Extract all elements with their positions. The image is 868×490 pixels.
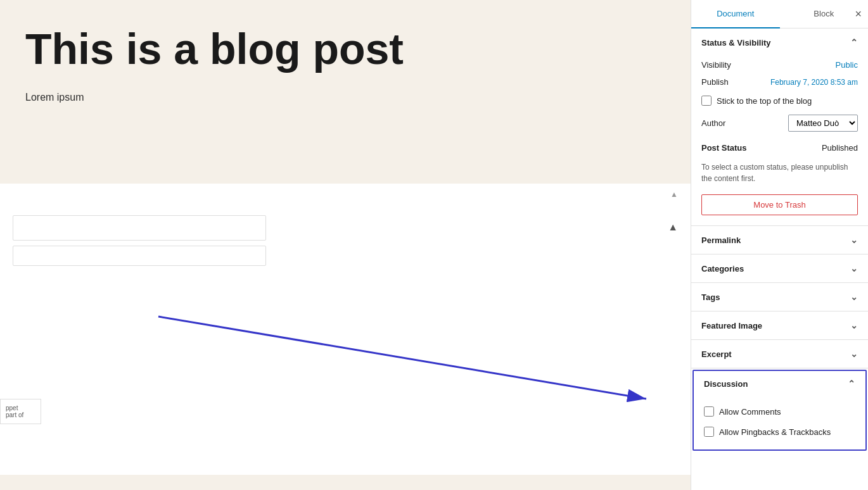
section-tags: Tags ⌄ [691, 283, 868, 311]
stick-to-top-label: Stick to the top of the blog [717, 96, 812, 106]
scroll-indicator: ▲ [670, 190, 678, 199]
visibility-value[interactable]: Public [836, 60, 858, 70]
categories-label: Categories [701, 264, 744, 273]
featured-image-chevron-icon: ⌄ [850, 320, 858, 330]
discussion-content: Allow Comments Allow Pingbacks & Trackba… [694, 396, 865, 449]
allow-comments-row: Allow Comments [704, 401, 855, 422]
excerpt-chevron-icon: ⌄ [850, 349, 858, 359]
allow-comments-label: Allow Comments [719, 407, 781, 417]
allow-comments-checkbox[interactable] [704, 406, 714, 417]
move-to-trash-button[interactable]: Move to Trash [701, 194, 858, 215]
allow-pingbacks-checkbox[interactable] [704, 427, 714, 437]
editor-input-line-1[interactable] [13, 215, 266, 241]
allow-pingbacks-label: Allow Pingbacks & Trackbacks [719, 427, 831, 437]
stick-to-top-row: Stick to the top of the blog [701, 91, 858, 111]
status-visibility-header[interactable]: Status & Visibility ⌃ [691, 28, 868, 56]
section-excerpt: Excerpt ⌄ [691, 340, 868, 368]
categories-header[interactable]: Categories ⌄ [691, 254, 868, 282]
featured-image-header[interactable]: Featured Image ⌄ [691, 311, 868, 339]
tags-header[interactable]: Tags ⌄ [691, 283, 868, 311]
discussion-chevron-icon: ⌃ [848, 379, 855, 389]
section-status-visibility: Status & Visibility ⌃ Visibility Public … [691, 28, 868, 226]
featured-image-label: Featured Image [701, 321, 762, 330]
publish-value[interactable]: February 7, 2020 8:53 am [770, 78, 858, 87]
post-status-label: Post Status [701, 143, 747, 153]
close-sidebar-button[interactable]: × [855, 8, 862, 20]
permalink-label: Permalink [701, 236, 741, 245]
chevron-up-icon: ⌃ [850, 37, 858, 47]
visibility-label: Visibility [701, 60, 731, 70]
excerpt-label: Excerpt [701, 349, 732, 359]
sidebar-panel: Document Block × Status & Visibility ⌃ V… [691, 0, 868, 490]
publish-row: Publish February 7, 2020 8:53 am [701, 73, 858, 91]
author-label: Author [701, 118, 725, 128]
author-select[interactable]: Matteo Duò [788, 115, 858, 132]
snippet-line-1: ppet [6, 405, 35, 411]
tags-label: Tags [701, 292, 720, 302]
snippet-box: ppet part of [0, 399, 41, 424]
stick-to-top-checkbox[interactable] [701, 96, 712, 106]
excerpt-header[interactable]: Excerpt ⌄ [691, 340, 868, 368]
content-edit-area[interactable]: ▲ ▲ ppet part of [0, 184, 691, 475]
tags-chevron-icon: ⌄ [850, 292, 858, 302]
categories-chevron-icon: ⌄ [850, 263, 858, 273]
allow-pingbacks-row: Allow Pingbacks & Trackbacks [704, 422, 855, 442]
section-permalink: Permalink ⌄ [691, 226, 868, 254]
main-content-area: This is a blog post Lorem ipsum ▲ ▲ ppet… [0, 0, 691, 490]
status-visibility-content: Visibility Public Publish February 7, 20… [691, 56, 868, 225]
section-categories: Categories ⌄ [691, 254, 868, 283]
discussion-label: Discussion [704, 379, 748, 389]
custom-status-note: To select a custom status, please unpubl… [701, 156, 858, 189]
snippet-line-2: part of [6, 411, 35, 418]
editor-input-line-2[interactable] [13, 246, 266, 266]
editor-block [13, 215, 678, 266]
post-status-row: Post Status Published [701, 135, 858, 156]
section-featured-image: Featured Image ⌄ [691, 311, 868, 340]
section-discussion: Discussion ⌃ Allow Comments Allow Pingba… [692, 370, 867, 451]
status-visibility-label: Status & Visibility [701, 38, 771, 47]
visibility-row: Visibility Public [701, 56, 858, 73]
permalink-chevron-icon: ⌄ [850, 235, 858, 245]
svg-line-1 [158, 317, 646, 399]
annotation-arrow [127, 298, 684, 424]
hero-area: This is a blog post Lorem ipsum [0, 0, 691, 184]
lorem-ipsum-text: Lorem ipsum [25, 92, 665, 103]
discussion-header[interactable]: Discussion ⌃ [694, 371, 865, 396]
author-row: Author Matteo Duò [701, 111, 858, 135]
sidebar-tabs: Document Block × [691, 0, 868, 28]
post-status-value: Published [822, 143, 858, 153]
blog-post-title: This is a blog post [25, 25, 665, 73]
publish-label: Publish [701, 77, 729, 87]
collapse-button[interactable]: ▲ [668, 222, 678, 233]
permalink-header[interactable]: Permalink ⌄ [691, 226, 868, 254]
tab-document[interactable]: Document [691, 0, 780, 28]
